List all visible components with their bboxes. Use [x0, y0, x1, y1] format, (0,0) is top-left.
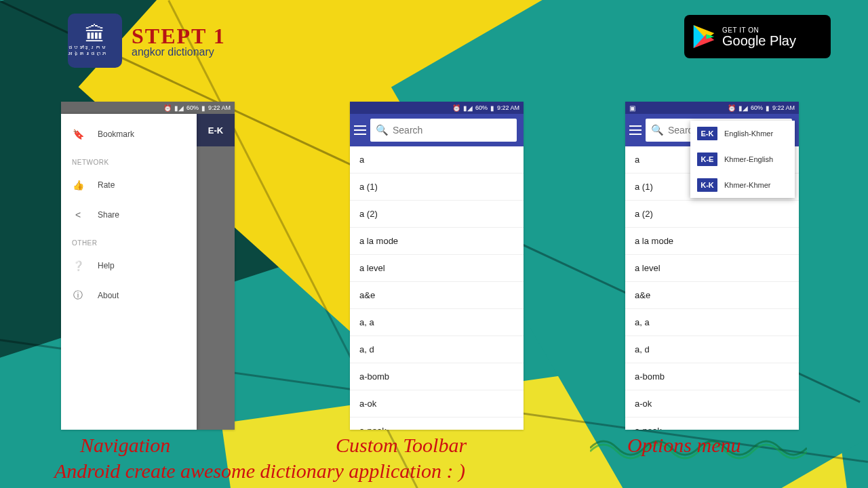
word-row[interactable]: a (2) [625, 201, 799, 228]
bookmark-icon: 🔖 [72, 129, 84, 140]
word-row[interactable]: a-bomb [625, 363, 799, 390]
drawer-section-network: NETWORK [61, 149, 197, 170]
status-battery: 60% [186, 104, 199, 111]
signal-icon: ▮◢ [738, 104, 748, 112]
drawer-label: Help [98, 261, 115, 270]
logo-subtext: ថបទានុក្រម អង្គរថេព្ភ [68, 45, 122, 57]
word-row[interactable]: a-bomb [350, 363, 524, 390]
menu-button[interactable] [629, 122, 642, 138]
battery-icon: ▮ [490, 104, 494, 112]
status-time: 9:22 AM [772, 104, 795, 111]
status-battery: 60% [751, 104, 763, 111]
dropdown-option[interactable]: E-KEnglish-Khmer [690, 121, 795, 146]
lang-badge-icon: K-K [697, 178, 717, 192]
angkor-icon: 🏛 [85, 24, 105, 45]
word-row[interactable]: a la mode [625, 228, 799, 255]
word-row[interactable]: a [350, 146, 524, 174]
word-row[interactable]: a (1) [350, 174, 524, 201]
page-title: STEPT 1 [132, 24, 226, 49]
search-box[interactable]: 🔍 [370, 119, 517, 142]
drawer-item-bookmark[interactable]: 🔖 Bookmark [61, 119, 197, 149]
word-row[interactable]: a level [625, 255, 799, 282]
status-bar: ⏰ ▮◢ 60% ▮ 9:22 AM [61, 102, 235, 114]
search-icon: 🔍 [651, 124, 664, 136]
signal-icon: ▮◢ [174, 104, 184, 112]
drawer-item-help[interactable]: ❔ Help [61, 251, 197, 281]
drawer-item-about[interactable]: ⓘ About [61, 281, 197, 310]
menu-button[interactable] [354, 122, 366, 138]
page-subtitle: angkor dictionary [132, 46, 226, 58]
info-icon: ⓘ [72, 289, 84, 302]
word-row[interactable]: a&e [625, 282, 799, 309]
alarm-icon: ⏰ [163, 104, 172, 112]
word-row[interactable]: a-ok [350, 390, 524, 418]
dropdown-label: Khmer-Khmer [724, 181, 770, 189]
status-time: 9:22 AM [208, 104, 231, 111]
app-logo-tile: 🏛 ថបទានុក្រម អង្គរថេព្ភ [68, 14, 122, 68]
caption-footer: Android create awesome dictionary applic… [54, 460, 465, 483]
dropdown-option[interactable]: K-EKhmer-English [690, 146, 795, 172]
gplay-big-text: Google Play [722, 34, 796, 47]
mode-badge-behind[interactable]: E-K [197, 114, 235, 146]
phone-options: ▣ ⏰ ▮◢ 60% ▮ 9:22 AM 🔍 E-K aa (1)a (2)a … [625, 102, 799, 430]
help-icon: ❔ [72, 260, 84, 271]
share-icon: < [72, 209, 84, 220]
search-icon: 🔍 [376, 124, 389, 136]
status-battery: 60% [475, 104, 488, 111]
search-input[interactable] [393, 125, 511, 136]
thumbs-up-icon: 👍 [72, 180, 84, 190]
alarm-icon: ⏰ [452, 104, 460, 112]
dropdown-option[interactable]: K-KKhmer-Khmer [690, 172, 795, 198]
gplay-small-text: GET IT ON [722, 26, 796, 34]
drawer-item-rate[interactable]: 👍 Rate [61, 170, 197, 200]
drawer-label: Rate [98, 180, 115, 190]
word-row[interactable]: a, a [350, 309, 524, 336]
app-bar: 🔍 E-K [350, 114, 524, 146]
options-dropdown: E-KEnglish-KhmerK-EKhmer-EnglishK-KKhmer… [690, 121, 795, 198]
mode-badge[interactable]: E-K [521, 120, 524, 140]
word-row[interactable]: a&e [350, 282, 524, 309]
dropdown-label: Khmer-English [724, 155, 773, 163]
drawer-section-other: OTHER [61, 230, 197, 251]
word-row[interactable]: a-peak [350, 418, 524, 430]
word-row[interactable]: a, a [625, 309, 799, 336]
caption-navigation: Navigation [80, 434, 170, 457]
status-bar: ⏰ ▮◢ 60% ▮ 9:22 AM [350, 102, 524, 114]
battery-icon: ▮ [201, 104, 205, 112]
dropdown-label: English-Khmer [724, 129, 773, 138]
drawer-label: Share [98, 210, 119, 220]
alarm-icon: ⏰ [728, 104, 736, 112]
word-row[interactable]: a, d [350, 336, 524, 363]
status-bar: ▣ ⏰ ▮◢ 60% ▮ 9:22 AM [625, 102, 799, 114]
signal-icon: ▮◢ [463, 104, 473, 112]
word-row[interactable]: a la mode [350, 228, 524, 255]
lang-badge-icon: E-K [697, 127, 717, 140]
drawer-item-share[interactable]: < Share [61, 200, 197, 230]
phone-navigation: ⏰ ▮◢ 60% ▮ 9:22 AM E-K 🔖 Bookmark NETWOR… [61, 102, 235, 430]
phone-toolbar: ⏰ ▮◢ 60% ▮ 9:22 AM 🔍 E-K aa (1)a (2)a la… [350, 102, 524, 430]
status-time: 9:22 AM [497, 104, 519, 111]
word-row[interactable]: a (2) [350, 201, 524, 228]
word-row[interactable]: a level [350, 255, 524, 282]
drawer-label: Bookmark [98, 129, 134, 139]
google-play-badge[interactable]: GET IT ON Google Play [684, 15, 831, 58]
drawer-label: About [98, 291, 119, 300]
mode-badge[interactable]: E-K [796, 120, 799, 140]
app-logo-block: 🏛 ថបទានុក្រម អង្គរថេព្ភ STEPT 1 angkor d… [68, 14, 226, 68]
word-list[interactable]: aa (1)a (2)a la modea levela&ea, aa, da-… [350, 146, 524, 430]
scrim [197, 146, 235, 430]
battery-icon: ▮ [766, 104, 770, 112]
word-row[interactable]: a, d [625, 336, 799, 363]
google-play-icon [692, 24, 715, 49]
navigation-drawer: 🔖 Bookmark NETWORK 👍 Rate < Share OTHER … [61, 114, 197, 430]
screenshot-icon: ▣ [629, 104, 635, 112]
word-row[interactable]: a-ok [625, 390, 799, 418]
word-row[interactable]: a-peak [625, 418, 799, 430]
lang-badge-icon: K-E [697, 152, 717, 166]
caption-toolbar: Custom Toolbar [336, 434, 467, 457]
caption-options: Options menu [627, 434, 741, 457]
